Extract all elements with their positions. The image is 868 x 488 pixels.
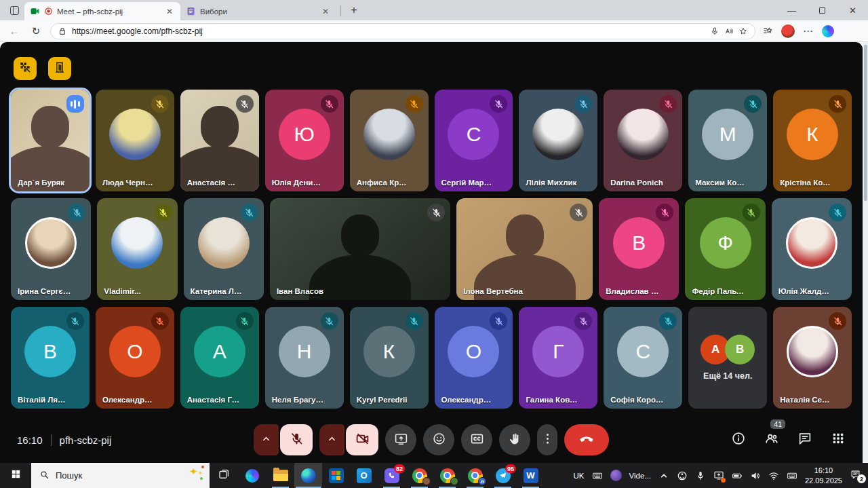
taskbar-app-store[interactable] <box>322 463 350 488</box>
participant-tile[interactable]: Ілона Вертебна <box>456 198 593 300</box>
participant-tile[interactable]: ССергій Марти... <box>435 90 513 191</box>
language-indicator[interactable]: UK <box>574 472 585 480</box>
clock[interactable]: 16:10 22.09.2025 <box>805 466 842 485</box>
participant-tile[interactable]: MМаксим Кошл... <box>688 90 767 191</box>
more-options-button[interactable] <box>537 424 557 455</box>
taskbar-app-outlook[interactable]: O <box>350 463 378 488</box>
camera-options-button[interactable] <box>319 424 344 455</box>
browser-menu-button[interactable]: ⋯ <box>803 25 814 37</box>
present-button[interactable] <box>385 424 416 455</box>
taskbar-app-file-explorer[interactable] <box>267 463 294 488</box>
volume-icon[interactable] <box>750 470 761 481</box>
apps-button[interactable] <box>831 431 846 449</box>
favorites-button[interactable] <box>762 26 773 37</box>
participant-tile[interactable]: Анастасія Но... <box>180 90 259 191</box>
browser-tab-vybory[interactable]: Вибори ✕ <box>180 2 336 20</box>
bookmark-star-button[interactable] <box>738 26 748 36</box>
taskbar-app-chrome[interactable]: л <box>461 463 489 488</box>
mic-options-button[interactable] <box>254 424 279 455</box>
captions-button[interactable] <box>461 424 492 455</box>
minimize-button[interactable]: — <box>776 0 807 20</box>
start-button[interactable] <box>0 463 31 488</box>
mic-button[interactable] <box>280 424 313 455</box>
new-tab-button[interactable]: + <box>345 1 363 19</box>
notification-center-button[interactable]: 2 <box>850 469 861 482</box>
participant-tile[interactable]: ВВіталій Ляше... <box>11 307 90 409</box>
restore-button[interactable] <box>807 0 837 20</box>
obs-tray-icon[interactable] <box>677 470 688 481</box>
tray-app-icon[interactable] <box>610 470 622 481</box>
avatar-image <box>25 217 77 269</box>
participant-tile[interactable]: ФФедір Пальчик <box>685 198 765 300</box>
participant-tile[interactable]: ВВладислав Руб... <box>599 198 679 300</box>
touch-keyboard-icon[interactable] <box>787 470 797 481</box>
wifi-icon[interactable] <box>768 470 779 481</box>
participant-tile[interactable]: Лілія Михлик <box>519 90 597 191</box>
participant-tile[interactable]: ООлександра ... <box>435 307 513 409</box>
apps-grid-icon <box>831 431 846 449</box>
refresh-button[interactable]: ↻ <box>28 24 43 39</box>
participant-tile[interactable]: КKyryl Peredrii <box>350 307 429 409</box>
profile-avatar[interactable] <box>781 24 795 38</box>
battery-icon[interactable] <box>732 470 743 481</box>
more-participants-tile[interactable]: АВЕщё 14 чел. <box>688 307 767 409</box>
camera-button[interactable] <box>346 424 378 455</box>
participant-tile[interactable]: ООлександра ... <box>96 307 174 409</box>
reactions-button[interactable] <box>423 424 454 455</box>
taskbar-app-word[interactable]: W <box>517 463 545 488</box>
people-button[interactable]: 41 <box>764 431 779 449</box>
search-highlights-icon[interactable]: ✦✦ <box>189 466 203 478</box>
address-mic-button[interactable] <box>710 26 719 36</box>
participant-tile[interactable]: Darina Ponich <box>604 90 682 191</box>
participant-tile[interactable]: Катерина Ляше... <box>184 198 264 300</box>
participant-tile[interactable]: Анфиса Круп... <box>350 90 429 191</box>
grid-off-button[interactable] <box>14 57 37 80</box>
taskbar-app-viber[interactable]: 82 <box>378 463 406 488</box>
phone-down-icon <box>578 430 595 449</box>
search-box[interactable]: Пошук ✦✦ <box>31 463 210 488</box>
participant-tile[interactable]: Іван Власов <box>270 198 450 300</box>
participant-tile[interactable]: ААнастасія Гур... <box>180 307 259 409</box>
browser-tab-meet[interactable]: Meet – pfh-scbz-pij ✕ <box>24 2 180 20</box>
participant-tile[interactable]: ННеля Брагуне... <box>265 307 344 409</box>
microphone-tray-icon[interactable] <box>695 470 706 481</box>
taskbar-app-chrome[interactable] <box>406 463 433 488</box>
participant-tile[interactable]: ССофія Король <box>604 307 682 409</box>
video-person-silhouette <box>31 106 69 148</box>
scrollbar-thumb[interactable] <box>864 45 867 201</box>
tab-close-button[interactable]: ✕ <box>164 7 175 16</box>
participant-tile[interactable]: Ірина Сергєєва <box>11 198 91 300</box>
page-scrollbar[interactable] <box>863 42 868 463</box>
cast-tray-icon[interactable] <box>713 470 724 482</box>
participant-tile[interactable]: ГГалина Ковал... <box>519 307 597 409</box>
tab-close-button[interactable]: ✕ <box>320 7 331 16</box>
taskbar-app-telegram[interactable]: 95 <box>489 463 517 488</box>
participant-tile[interactable]: ЮЮлія Денищук <box>265 90 344 191</box>
participant-tile[interactable]: Юлія Жалдакова <box>772 198 852 300</box>
task-view-button[interactable] <box>210 463 238 488</box>
participant-tile[interactable]: ККрістіна Кост... <box>773 90 852 191</box>
end-call-button[interactable] <box>564 424 609 455</box>
copilot-taskbar-button[interactable] <box>238 463 267 488</box>
tab-actions-button[interactable] <box>5 1 23 19</box>
participant-name: Катерина Ляше... <box>191 287 245 295</box>
address-bar[interactable]: https://meet.google.com/pfh-scbz-pij <box>50 23 755 39</box>
chat-button[interactable] <box>797 431 812 449</box>
keyboard-icon[interactable] <box>592 470 603 481</box>
back-button[interactable]: ← <box>7 24 22 39</box>
tray-app-label[interactable]: Vide... <box>629 472 651 480</box>
participant-tile[interactable]: Наталія Серг... <box>773 307 852 409</box>
door-button[interactable] <box>48 57 71 80</box>
mic-muted-icon <box>490 95 507 113</box>
taskbar-app-edge[interactable] <box>294 463 322 488</box>
read-aloud-button[interactable] <box>724 26 734 36</box>
info-button[interactable] <box>731 431 746 449</box>
taskbar-app-chrome[interactable] <box>433 463 461 488</box>
hidden-icons-button[interactable] <box>658 470 669 481</box>
participant-tile[interactable]: Дар`я Буряк <box>11 90 90 191</box>
participant-tile[interactable]: Люда Чернеш... <box>96 90 174 191</box>
participant-tile[interactable]: Vladimir... <box>97 198 177 300</box>
close-button[interactable]: ✕ <box>837 0 868 20</box>
raise-hand-button[interactable] <box>499 424 530 455</box>
copilot-button[interactable] <box>822 25 834 37</box>
